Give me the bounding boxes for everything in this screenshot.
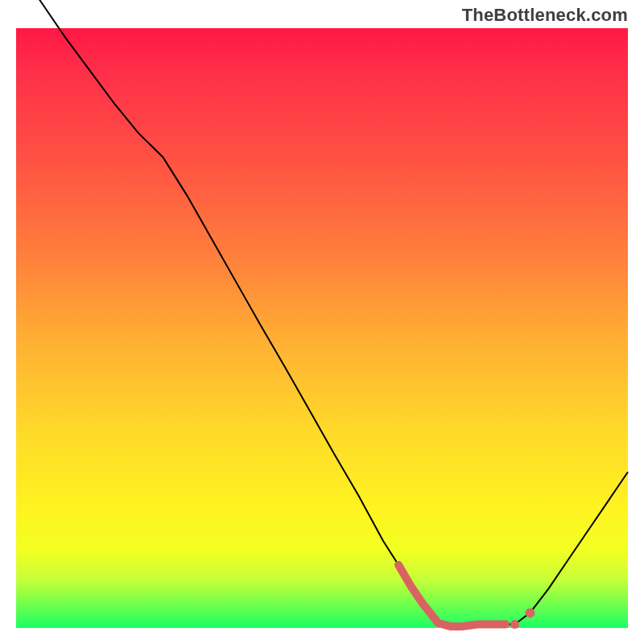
highlight-dot [510,620,519,629]
series-bottleneck-curve [16,0,628,626]
bottleneck-chart-figure: TheBottleneck.com [0,0,644,644]
watermark-text: TheBottleneck.com [462,5,628,26]
plot-area [16,28,628,628]
chart-curve-layer [16,28,628,628]
series-highlighted-bottom-segment [398,565,506,626]
highlight-dot-upper [525,608,535,617]
